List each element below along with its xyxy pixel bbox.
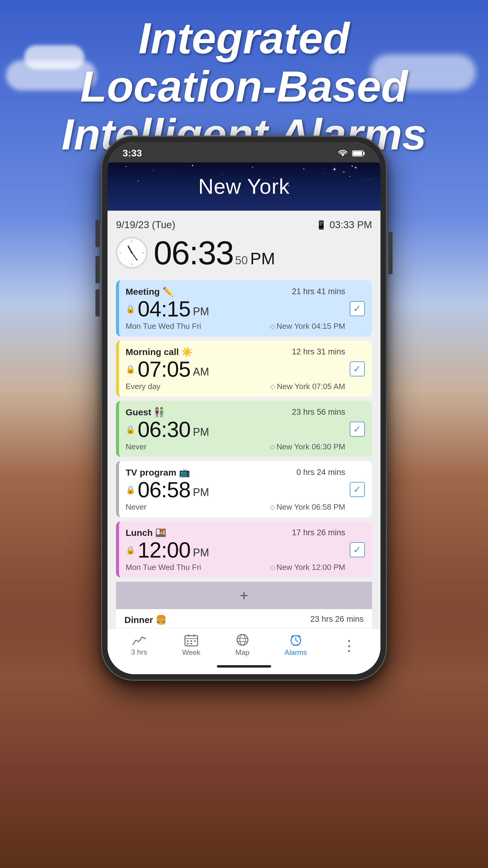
location-icon-morning: ◇ [270, 383, 275, 391]
wifi-icon [337, 149, 349, 158]
lock-icon-lunch: 🔒 [126, 546, 135, 555]
nav-item-3hrs[interactable]: 3 hrs [131, 634, 147, 656]
analog-clock [116, 237, 148, 269]
alarm-checkbox-guest[interactable]: ✓ [349, 421, 365, 438]
alarm-name-meeting: Meeting ✏️ [126, 286, 173, 297]
clock-ampm-display: PM [250, 249, 275, 272]
calendar-icon [184, 634, 198, 647]
nav-item-alarms[interactable]: Alarms [284, 634, 307, 657]
battery-icon [352, 150, 365, 157]
nav-label-map: Map [235, 648, 250, 657]
status-time: 3:33 [123, 148, 142, 159]
svg-rect-2 [353, 151, 362, 156]
content-area: 9/19/23 (Tue) 📱 03:33 PM [107, 211, 381, 628]
alarm-days-morning: Every day [126, 382, 161, 391]
alarm-name-guest: Guest 👫 [126, 407, 165, 417]
clock-row: 06:33 50 PM [116, 234, 372, 272]
chart-icon [132, 634, 146, 646]
alarm-time-tv: 06:58 [138, 479, 190, 501]
alarm-list: Meeting ✏️ 21 hrs 41 mins 🔒 04:15 PM Mon… [116, 280, 372, 582]
add-button[interactable]: + [240, 587, 248, 603]
dinner-name: Dinner 🍔 [124, 615, 167, 625]
location-icon-tv: ◇ [270, 503, 275, 511]
dinner-peek-row[interactable]: Dinner 🍔 23 hrs 26 mins [116, 609, 372, 628]
nav-label-alarms: Alarms [284, 648, 307, 657]
city-header: New York [107, 162, 381, 211]
svg-marker-0 [341, 153, 345, 156]
clock-seconds-display: 50 [235, 254, 248, 272]
alarm-countdown-meeting: 21 hrs 41 mins [292, 287, 345, 296]
digital-clock: 06:33 50 PM [154, 234, 275, 272]
svg-rect-3 [363, 152, 365, 155]
alarm-days-lunch: Mon Tue Wed Thu Fri [126, 563, 201, 572]
alarm-checkbox-lunch[interactable]: ✓ [349, 541, 365, 558]
nav-label-week: Week [182, 648, 200, 657]
location-icon-lunch: ◇ [270, 564, 275, 571]
dinner-countdown: 23 hrs 26 mins [310, 615, 364, 625]
alarm-time-meeting: 04:15 [138, 298, 190, 320]
alarm-item-meeting[interactable]: Meeting ✏️ 21 hrs 41 mins 🔒 04:15 PM Mon… [116, 280, 372, 336]
alarm-days-meeting: Mon Tue Wed Thu Fri [126, 321, 201, 331]
alarm-location-lunch: ◇ New York 12:00 PM [270, 563, 345, 572]
lock-icon-morning: 🔒 [126, 365, 135, 374]
alarm-ampm-morning: AM [193, 366, 209, 380]
alarm-item-tv[interactable]: TV program 📺 0 hrs 24 mins 🔒 06:58 PM Ne… [116, 461, 372, 517]
nav-item-week[interactable]: Week [182, 634, 200, 657]
svg-rect-18 [194, 641, 196, 642]
svg-rect-19 [187, 643, 189, 644]
alarm-name-lunch: Lunch 🍱 [126, 527, 166, 538]
lock-icon-meeting: 🔒 [126, 304, 135, 314]
lock-icon-tv: 🔒 [126, 485, 135, 495]
nav-item-more[interactable]: ⋮ [342, 638, 357, 653]
alarm-item-morning-call[interactable]: Morning call ☀️ 12 hrs 31 mins 🔒 07:05 A… [116, 341, 372, 397]
alarm-ampm-lunch: PM [193, 547, 209, 561]
alarm-days-guest: Never [126, 442, 147, 452]
phone-small-icon: 📱 [316, 220, 327, 230]
nav-item-map[interactable]: Map [235, 634, 250, 657]
svg-rect-17 [190, 641, 192, 642]
alarm-location-tv: ◇ New York 06:58 PM [270, 502, 345, 512]
date-label: 9/19/23 (Tue) [116, 219, 175, 230]
alarm-countdown-guest: 23 hrs 56 mins [292, 407, 345, 417]
svg-rect-16 [187, 641, 189, 642]
alarm-location-guest: ◇ New York 06:30 PM [270, 442, 345, 452]
alarm-countdown-tv: 0 hrs 24 mins [296, 468, 345, 477]
alarm-ampm-guest: PM [193, 426, 209, 440]
more-icon: ⋮ [342, 639, 357, 653]
date-time-row: 9/19/23 (Tue) 📱 03:33 PM [116, 219, 372, 230]
alarm-time-lunch: 12:00 [138, 539, 190, 561]
svg-point-11 [131, 252, 133, 254]
alarm-ampm-meeting: PM [193, 305, 209, 320]
svg-rect-20 [190, 643, 192, 644]
alarm-location-morning: ◇ New York 07:05 AM [270, 382, 345, 391]
phone-mockup: 3:33 [101, 135, 387, 681]
alarm-name-tv: TV program 📺 [126, 467, 190, 478]
svg-point-21 [237, 634, 248, 645]
alarm-time-guest: 06:30 [138, 418, 190, 440]
alarm-time-morning: 07:05 [138, 358, 190, 380]
map-icon [235, 634, 250, 647]
alarm-checkbox-morning[interactable]: ✓ [349, 361, 365, 377]
location-icon-meeting: ◇ [270, 322, 275, 330]
device-time-display: 📱 03:33 PM [316, 219, 372, 230]
alarm-location-meeting: ◇ New York 04:15 PM [270, 321, 345, 331]
svg-point-22 [240, 634, 245, 645]
alarm-item-guest[interactable]: Guest 👫 23 hrs 56 mins 🔒 06:30 PM Never [116, 401, 372, 457]
alarm-checkbox-meeting[interactable]: ✓ [349, 301, 365, 317]
add-alarm-row[interactable]: + [116, 582, 372, 609]
alarm-ampm-tv: PM [193, 486, 209, 501]
location-icon-guest: ◇ [270, 443, 275, 451]
alarm-countdown-morning: 12 hrs 31 mins [292, 347, 345, 356]
device-time-value: 03:33 PM [330, 219, 372, 230]
svg-line-27 [296, 641, 298, 642]
city-name: New York [198, 175, 290, 198]
lock-icon-guest: 🔒 [126, 425, 135, 434]
alarm-item-lunch[interactable]: Lunch 🍱 17 hrs 26 mins 🔒 12:00 PM Mon Tu… [116, 521, 372, 578]
home-bar [217, 665, 271, 668]
status-bar: 3:33 [107, 142, 381, 162]
alarm-days-tv: Never [126, 502, 147, 512]
clock-hours-display: 06:33 [154, 234, 233, 272]
alarm-checkbox-tv[interactable]: ✓ [349, 481, 365, 498]
bottom-nav: 3 hrs Week [107, 628, 381, 661]
home-indicator [107, 661, 381, 674]
